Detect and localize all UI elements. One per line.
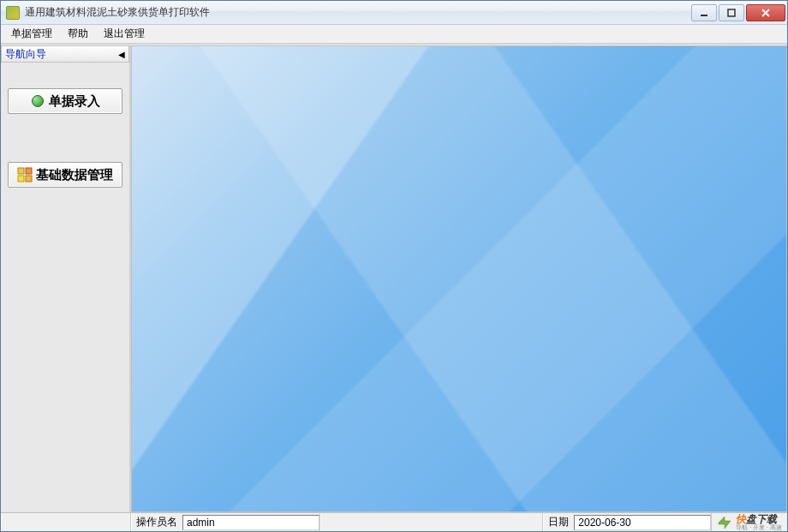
watermark-logo-icon (717, 515, 732, 530)
minimize-icon (700, 9, 708, 17)
svg-marker-6 (719, 517, 731, 529)
minimize-button[interactable] (691, 4, 717, 21)
svg-rect-0 (701, 15, 707, 16)
watermark-text: 快盘下载 导航 · 开发 · 高速 (736, 514, 782, 530)
svg-rect-4 (18, 176, 24, 182)
maximize-icon (727, 9, 736, 17)
svg-rect-1 (728, 9, 735, 16)
collapse-arrow-icon: ◀ (118, 50, 125, 59)
ball-icon (30, 93, 45, 109)
content-area (131, 45, 787, 512)
maximize-button[interactable] (719, 4, 744, 21)
base-data-management-button[interactable]: 基础数据管理 (8, 162, 122, 188)
menubar: 单据管理 帮助 退出管理 (1, 25, 787, 44)
status-spacer (1, 513, 131, 531)
nav-wizard-label: 导航向导 (5, 47, 46, 62)
sidebar: 导航向导 ◀ 单据录入 基础数据管理 (1, 45, 131, 512)
date-label: 日期 (543, 515, 574, 529)
operator-value: admin (182, 515, 319, 530)
svg-rect-2 (18, 168, 24, 174)
window-title: 通用建筑材料混泥土砂浆供货单打印软件 (25, 5, 691, 20)
statusbar: 操作员名 admin 日期 2020-06-30 快盘下载 导航 · 开发 · … (1, 512, 787, 531)
close-button[interactable] (746, 4, 785, 21)
data-management-icon (17, 167, 33, 182)
menu-help[interactable]: 帮助 (61, 25, 95, 43)
watermark-main: 快盘下载 (736, 514, 782, 524)
entry-document-button[interactable]: 单据录入 (8, 88, 122, 114)
app-icon (6, 6, 20, 20)
close-icon (761, 9, 771, 17)
nav-wizard-header[interactable]: 导航向导 ◀ (1, 45, 129, 63)
menu-document-management[interactable]: 单据管理 (4, 25, 59, 43)
date-value: 2020-06-30 (574, 515, 711, 530)
status-flex-spacer (320, 513, 543, 531)
base-data-management-label: 基础数据管理 (36, 167, 113, 183)
operator-cell: 操作员名 admin (131, 513, 320, 531)
menu-exit[interactable]: 退出管理 (97, 25, 152, 43)
window-controls (691, 4, 785, 21)
body-area: 导航向导 ◀ 单据录入 基础数据管理 (1, 45, 787, 512)
operator-label: 操作员名 (131, 515, 182, 529)
app-window: 通用建筑材料混泥土砂浆供货单打印软件 单据管理 帮助 退出管理 导航向导 ◀ (0, 0, 788, 532)
date-cell: 日期 2020-06-30 (543, 513, 712, 531)
entry-document-label: 单据录入 (49, 93, 100, 110)
watermark-sub: 导航 · 开发 · 高速 (736, 524, 782, 530)
svg-rect-5 (26, 176, 32, 182)
titlebar[interactable]: 通用建筑材料混泥土砂浆供货单打印软件 (1, 1, 787, 25)
watermark: 快盘下载 导航 · 开发 · 高速 (712, 514, 787, 530)
svg-rect-3 (26, 168, 32, 174)
sidebar-body: 单据录入 基础数据管理 (1, 63, 129, 512)
